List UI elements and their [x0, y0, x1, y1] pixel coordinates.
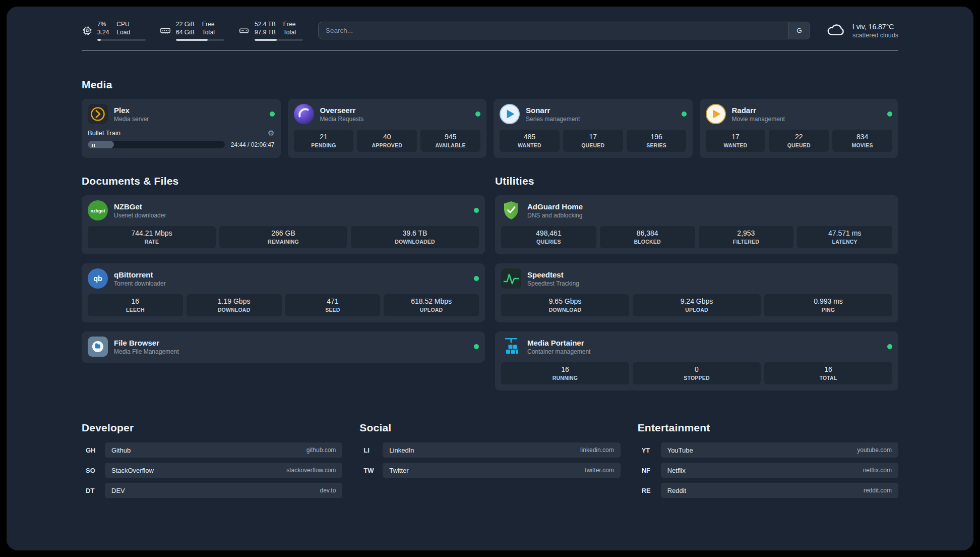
- service-name: Overseerr: [320, 106, 364, 115]
- overseerr-icon: [294, 104, 314, 124]
- bookmark-abbr: DT: [82, 487, 105, 494]
- service-card-sonarr[interactable]: Sonarr Series management 485 WANTED 17 Q…: [494, 99, 693, 158]
- playback-progress-bar[interactable]: [88, 141, 225, 148]
- search-input[interactable]: [319, 22, 788, 39]
- bookmark-link-linkedin[interactable]: LinkedIn linkedin.com: [383, 442, 620, 458]
- service-name: Media Portainer: [527, 339, 590, 347]
- service-card-speedtest[interactable]: Speedtest Speedtest Tracking 9.65 Gbps D…: [495, 263, 898, 322]
- playback-time: 24:44 / 02:06:47: [231, 141, 275, 148]
- stat-block: 618.52 Mbps UPLOAD: [384, 294, 479, 316]
- bookmark-link-github[interactable]: Github github.com: [105, 442, 342, 458]
- service-description: Media File Management: [114, 348, 179, 355]
- stat-block: 17 QUEUED: [563, 130, 623, 152]
- stat-block: 17 WANTED: [706, 130, 766, 152]
- service-name: Speedtest: [527, 270, 579, 279]
- plex-icon: [88, 104, 108, 124]
- cpu-load-value: 3.24: [97, 28, 109, 36]
- nzbget-icon: nzbget: [88, 200, 108, 220]
- bookmark-dev: DT DEV dev.to: [82, 483, 342, 498]
- service-card-qbittorrent[interactable]: qb qBittorrent Torrent downloader 16 LEE…: [82, 263, 485, 322]
- service-name: NZBGet: [114, 202, 166, 211]
- disk-free-value: 52.4 TB: [255, 20, 276, 28]
- svg-text:nzbget: nzbget: [91, 208, 105, 213]
- bookmark-link-stackoverflow[interactable]: StackOverflow stackoverflow.com: [105, 463, 342, 478]
- bookmark-netflix: NF Netflix netflix.com: [638, 463, 898, 478]
- stat-block: 22 QUEUED: [769, 130, 829, 152]
- stat-block: 2,953 FILTERED: [699, 226, 794, 248]
- bookmark-abbr: TW: [359, 467, 383, 474]
- bookmark-link-netflix[interactable]: Netflix netflix.com: [661, 463, 898, 478]
- svg-text:qb: qb: [93, 274, 102, 283]
- disk-widget: 52.4 TB 97.9 TB Free Total: [238, 20, 303, 41]
- section-title-social: Social: [359, 422, 620, 434]
- service-name: Radarr: [732, 106, 785, 115]
- resource-widgets: 7% 3.24 CPU Load: [82, 20, 303, 41]
- cpu-percent: 7%: [97, 20, 109, 28]
- service-card-filebrowser[interactable]: File Browser Media File Management: [82, 331, 485, 363]
- service-card-plex[interactable]: Plex Media server Bullet Train ⚙: [82, 99, 281, 158]
- service-card-nzbget[interactable]: nzbget NZBGet Usenet downloader 744.21 M…: [82, 195, 485, 254]
- dashboard-panel: 7% 3.24 CPU Load: [7, 7, 973, 550]
- cpu-widget: 7% 3.24 CPU Load: [82, 20, 146, 41]
- stat-block: 39.6 TB DOWNLOADED: [351, 226, 479, 248]
- stat-block: 9.24 Gbps UPLOAD: [633, 294, 761, 316]
- stat-block: 47.571 ms LATENCY: [797, 226, 892, 248]
- plex-now-playing: Bullet Train ⚙ 24:44 / 02:06:47: [88, 129, 275, 148]
- weather-widget: Lviv, 16.87°C scattered clouds: [825, 22, 898, 40]
- service-name: AdGuard Home: [527, 202, 583, 211]
- bookmark-abbr: NF: [638, 467, 661, 474]
- stat-block: 485 WANTED: [500, 130, 560, 152]
- stat-block: 744.21 Mbps RATE: [88, 226, 216, 248]
- service-card-radarr[interactable]: Radarr Movie management 17 WANTED 22 QUE…: [700, 99, 899, 158]
- cpu-icon: [82, 25, 93, 36]
- disk-free-label: Free: [283, 20, 296, 28]
- section-title-developer: Developer: [82, 422, 342, 434]
- service-name: qBittorrent: [114, 270, 166, 279]
- disk-total-value: 97.9 TB: [255, 28, 276, 36]
- portainer-icon: [501, 337, 521, 357]
- service-description: Usenet downloader: [114, 212, 166, 219]
- stat-block: 498,461 QUERIES: [501, 226, 596, 248]
- stat-block: 16 TOTAL: [764, 362, 892, 384]
- stat-block: 9.65 Gbps DOWNLOAD: [501, 294, 629, 316]
- bookmark-reddit: RE Reddit reddit.com: [638, 483, 898, 498]
- memory-free-label: Free: [202, 20, 215, 28]
- section-title-entertainment: Entertainment: [638, 422, 898, 434]
- top-bar: 7% 3.24 CPU Load: [82, 7, 898, 41]
- bookmark-abbr: GH: [82, 447, 105, 454]
- memory-icon: [159, 25, 171, 36]
- pause-icon[interactable]: [92, 141, 96, 148]
- service-description: Series management: [526, 116, 580, 123]
- memory-free-value: 22 GiB: [176, 20, 195, 28]
- qbittorrent-icon: qb: [88, 268, 108, 289]
- stat-block: 471 SEED: [285, 294, 381, 316]
- header-divider: [82, 50, 898, 50]
- bookmark-youtube: YT YouTube youtube.com: [638, 442, 898, 458]
- weather-condition: scattered clouds: [852, 32, 898, 39]
- memory-total-value: 64 GiB: [176, 28, 195, 36]
- service-card-portainer[interactable]: Media Portainer Container management 16 …: [495, 331, 898, 391]
- search-bar: G: [318, 22, 810, 39]
- memory-usage-bar: [176, 39, 224, 41]
- bookmark-link-youtube[interactable]: YouTube youtube.com: [661, 442, 898, 458]
- status-dot: [270, 112, 275, 117]
- service-name: Sonarr: [526, 106, 580, 115]
- bookmark-link-twitter[interactable]: Twitter twitter.com: [383, 463, 620, 478]
- settings-gear-icon[interactable]: ⚙: [268, 129, 274, 137]
- radarr-icon: [706, 104, 726, 124]
- stat-block: 1.19 Gbps DOWNLOAD: [187, 294, 282, 316]
- memory-widget: 22 GiB 64 GiB Free Total: [159, 20, 224, 41]
- status-dot: [474, 208, 479, 213]
- bookmark-abbr: RE: [638, 487, 661, 494]
- bookmark-abbr: LI: [359, 447, 383, 454]
- service-card-adguard[interactable]: AdGuard Home DNS and adblocking 498,461 …: [495, 195, 898, 254]
- service-description: Speedtest Tracking: [527, 280, 579, 287]
- bookmark-link-dev[interactable]: DEV dev.to: [105, 483, 342, 498]
- service-card-overseerr[interactable]: Overseerr Media Requests 21 PENDING 40 A…: [288, 99, 487, 158]
- service-description: Container management: [527, 348, 590, 355]
- bookmark-github: GH Github github.com: [82, 442, 342, 458]
- search-provider-button[interactable]: G: [788, 22, 810, 39]
- stat-block: 86,384 BLOCKED: [600, 226, 695, 248]
- cloud-icon: [825, 22, 846, 40]
- bookmark-link-reddit[interactable]: Reddit reddit.com: [661, 483, 898, 498]
